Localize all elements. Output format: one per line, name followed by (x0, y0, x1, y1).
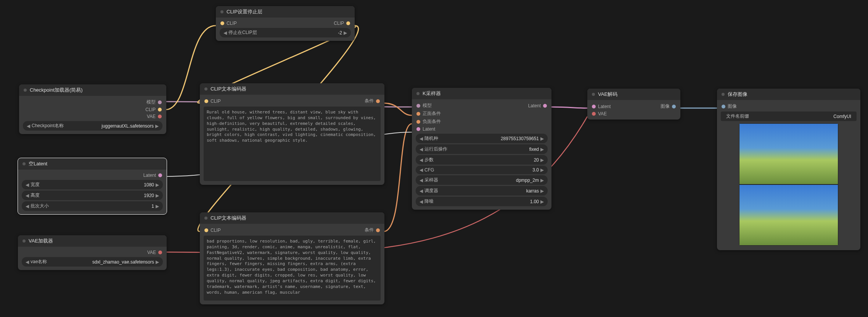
cfg-widget[interactable]: ◀CFG3.0▶ (416, 166, 548, 174)
latent-input-port[interactable] (416, 127, 420, 131)
vae-output-port[interactable] (158, 115, 162, 118)
collapse-dot-icon[interactable] (416, 92, 420, 95)
save-image-node[interactable]: 保存图像 图像 文件名前缀 ComfyUI (717, 89, 860, 250)
image-output-port[interactable] (672, 105, 676, 108)
preview-tile-1 (739, 123, 838, 184)
latent-input-port[interactable] (592, 105, 596, 108)
clip-input-port[interactable] (220, 21, 224, 25)
steps-widget[interactable]: ◀步数20▶ (416, 155, 548, 165)
node-header[interactable]: 保存图像 (717, 89, 860, 100)
clip-positive-node[interactable]: CLIP文本编码器 CLIP 条件 Rural old house, withe… (200, 83, 384, 185)
node-header[interactable]: CLIP文本编码器 (200, 212, 384, 224)
chevron-right-icon[interactable]: ▶ (156, 204, 159, 209)
chevron-left-icon[interactable]: ◀ (223, 30, 227, 36)
chevron-left-icon[interactable]: ◀ (420, 199, 423, 204)
clip-input-port[interactable] (204, 99, 208, 103)
vae-loader-node[interactable]: VAE加载器 VAE ◀ vae名称 sdxl_zhamao_vae.safet… (18, 235, 167, 270)
height-widget[interactable]: ◀ 高度 1920 ▶ (22, 191, 163, 200)
node-header[interactable]: 空Latent (18, 158, 167, 170)
collapse-dot-icon[interactable] (23, 239, 26, 243)
latent-output-port[interactable] (158, 173, 162, 177)
seed-widget[interactable]: ◀随机种289755130759651▶ (416, 134, 548, 143)
ksampler-node[interactable]: K采样器 模型 Latent 正面条件 负面条件 Latent ◀随机种2897… (412, 88, 551, 210)
collapse-dot-icon[interactable] (23, 162, 26, 165)
prompt-textarea[interactable]: Rural old house, withered trees, distant… (204, 107, 381, 181)
chevron-left-icon[interactable]: ◀ (26, 182, 29, 188)
chevron-right-icon[interactable]: ▶ (540, 136, 544, 141)
width-widget[interactable]: ◀ 宽度 1080 ▶ (22, 180, 163, 189)
vae-output-port[interactable] (158, 251, 162, 254)
chevron-left-icon[interactable]: ◀ (27, 123, 30, 129)
chevron-right-icon[interactable]: ▶ (156, 259, 159, 265)
collapse-dot-icon[interactable] (592, 93, 595, 96)
chevron-left-icon[interactable]: ◀ (420, 188, 423, 194)
chevron-right-icon[interactable]: ▶ (540, 199, 544, 204)
vae-name-widget[interactable]: ◀ vae名称 sdxl_zhamao_vae.safetensors ▶ (22, 257, 163, 267)
chevron-right-icon[interactable]: ▶ (156, 193, 159, 198)
denoise-widget[interactable]: ◀降噪1.00▶ (416, 197, 548, 206)
collapse-dot-icon[interactable] (204, 217, 207, 220)
node-header[interactable]: K采样器 (412, 88, 551, 99)
after-widget[interactable]: ◀运行后操作fixed▶ (416, 144, 548, 154)
collapse-dot-icon[interactable] (220, 10, 223, 13)
scheduler-widget[interactable]: ◀调度器karras▶ (416, 186, 548, 196)
node-header[interactable]: VAE加载器 (18, 235, 167, 247)
output-label: CLIP (334, 21, 344, 26)
model-input-port[interactable] (416, 104, 420, 108)
negative-input-port[interactable] (416, 120, 420, 124)
input-label: VAE (598, 111, 607, 116)
node-title: VAE解码 (598, 91, 617, 98)
chevron-right-icon[interactable]: ▶ (540, 147, 544, 152)
chevron-right-icon[interactable]: ▶ (156, 182, 159, 188)
clip-output-port[interactable] (346, 21, 350, 25)
output-label: Latent (528, 103, 541, 108)
empty-latent-node[interactable]: 空Latent Latent ◀ 宽度 1080 ▶ ◀ 高度 1920 ▶ ◀… (18, 158, 167, 214)
chevron-left-icon[interactable]: ◀ (26, 193, 29, 198)
conditioning-output-port[interactable] (376, 228, 380, 232)
collapse-dot-icon[interactable] (722, 93, 725, 96)
checkpoint-loader-node[interactable]: Checkpoint加载器(简易) 模型 CLIP VAE ◀ Checkpoi… (19, 84, 166, 134)
output-label: 图像 (661, 103, 670, 110)
node-header[interactable]: CLIP文本编码器 (200, 83, 384, 95)
clip-input-port[interactable] (204, 228, 208, 232)
node-title: 保存图像 (728, 91, 747, 98)
chevron-right-icon[interactable]: ▶ (155, 123, 159, 129)
conditioning-output-port[interactable] (376, 99, 380, 103)
node-title: VAE加载器 (29, 238, 53, 244)
vae-input-port[interactable] (592, 112, 596, 116)
batch-widget[interactable]: ◀ 批次大小 1 ▶ (22, 201, 163, 211)
collapse-dot-icon[interactable] (204, 87, 207, 91)
vae-decode-node[interactable]: VAE解码 Latent 图像 VAE (587, 89, 680, 120)
checkpoint-name-widget[interactable]: ◀ Checkpoint名称 juggernautXL.safetensors … (23, 121, 162, 131)
image-input-port[interactable] (722, 105, 725, 108)
chevron-right-icon[interactable]: ▶ (540, 157, 544, 163)
chevron-left-icon[interactable]: ◀ (26, 259, 29, 265)
collapse-dot-icon[interactable] (24, 89, 27, 92)
stop-layer-widget[interactable]: ◀ 停止在CLIP层 -2 ▶ (220, 28, 351, 37)
input-label: Latent (598, 104, 611, 109)
chevron-left-icon[interactable]: ◀ (420, 147, 423, 152)
chevron-right-icon[interactable]: ▶ (540, 167, 544, 173)
node-header[interactable]: CLIP设置停止层 (216, 6, 355, 18)
output-image-preview[interactable] (739, 123, 838, 246)
node-header[interactable]: VAE解码 (587, 89, 680, 100)
chevron-right-icon[interactable]: ▶ (540, 178, 544, 183)
input-label: 负面条件 (423, 118, 441, 125)
prompt-textarea[interactable]: bad proportions, low resolution, bad, ug… (204, 236, 381, 301)
chevron-left-icon[interactable]: ◀ (420, 157, 423, 163)
filename-prefix-widget[interactable]: 文件名前缀 ComfyUI (721, 112, 857, 121)
positive-input-port[interactable] (416, 112, 420, 116)
chevron-left-icon[interactable]: ◀ (420, 178, 423, 183)
chevron-left-icon[interactable]: ◀ (26, 204, 29, 209)
chevron-right-icon[interactable]: ▶ (540, 188, 544, 194)
clip-output-port[interactable] (158, 108, 162, 112)
chevron-right-icon[interactable]: ▶ (344, 30, 347, 36)
sampler-widget[interactable]: ◀采样器dpmpp_2m▶ (416, 175, 548, 185)
chevron-left-icon[interactable]: ◀ (420, 136, 423, 141)
clip-negative-node[interactable]: CLIP文本编码器 CLIP 条件 bad proportions, low r… (200, 212, 384, 304)
latent-output-port[interactable] (543, 104, 547, 108)
clip-stop-node[interactable]: CLIP设置停止层 CLIP CLIP ◀ 停止在CLIP层 -2 ▶ (216, 6, 355, 41)
chevron-left-icon[interactable]: ◀ (420, 167, 423, 173)
model-output-port[interactable] (158, 100, 162, 104)
node-header[interactable]: Checkpoint加载器(简易) (19, 84, 166, 96)
